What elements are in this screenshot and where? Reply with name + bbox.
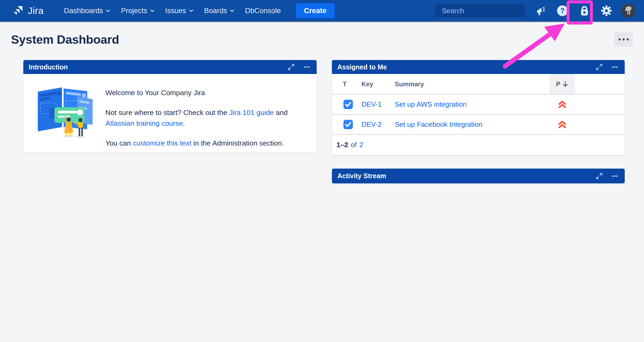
help-icon[interactable]: ? bbox=[555, 4, 569, 18]
nav-item-label: DbConsole bbox=[245, 7, 281, 15]
expand-icon[interactable] bbox=[287, 62, 296, 72]
pagination-of: of bbox=[351, 141, 357, 149]
primary-nav: Dashboards Projects Issues Boards DbCons… bbox=[64, 7, 281, 15]
customize-this-text-link[interactable]: customize this text bbox=[133, 139, 191, 147]
expand-icon[interactable] bbox=[595, 62, 604, 72]
issue-table-header: T Key Summary P bbox=[332, 74, 625, 94]
chevron-down-icon bbox=[229, 8, 235, 13]
jira-logo-icon bbox=[12, 4, 25, 17]
announcement-icon[interactable] bbox=[533, 4, 547, 18]
nav-item-label: Dashboards bbox=[64, 7, 103, 15]
pagination: 1–2 of 2 bbox=[332, 134, 625, 155]
pagination-range: 1–2 bbox=[336, 141, 348, 149]
issue-key-link[interactable]: DEV-2 bbox=[361, 120, 395, 129]
panel-more-icon[interactable] bbox=[610, 172, 619, 181]
sort-descending-icon bbox=[562, 81, 568, 88]
panel-more-icon[interactable] bbox=[610, 62, 619, 72]
activity-stream-panel: Activity Stream bbox=[332, 169, 625, 183]
nav-item-label: Projects bbox=[121, 7, 147, 15]
task-type-icon bbox=[343, 119, 353, 130]
introduction-text: Welcome to Your Company Jira Not sure wh… bbox=[105, 84, 288, 148]
panel-title: Activity Stream bbox=[337, 172, 386, 180]
dashboard-more-button[interactable] bbox=[614, 32, 633, 47]
jira-101-guide-link[interactable]: Jira 101 guide bbox=[229, 109, 274, 117]
nav-item-projects[interactable]: Projects bbox=[121, 7, 155, 15]
lock-icon[interactable] bbox=[577, 4, 591, 18]
search-input[interactable] bbox=[442, 7, 532, 15]
chevron-down-icon bbox=[189, 8, 194, 13]
nav-item-boards[interactable]: Boards bbox=[204, 7, 235, 15]
expand-icon[interactable] bbox=[595, 172, 604, 181]
annotation-arrow-head bbox=[544, 24, 565, 41]
nav-item-issues[interactable]: Issues bbox=[165, 7, 194, 15]
nav-item-label: Boards bbox=[204, 7, 227, 15]
page-title: System Dashboard bbox=[11, 33, 119, 47]
nav-item-dbconsole[interactable]: DbConsole bbox=[245, 7, 281, 15]
atlassian-training-course-link[interactable]: Atlassian training course bbox=[105, 119, 183, 127]
column-key[interactable]: Key bbox=[361, 80, 395, 88]
panel-title: Introduction bbox=[29, 63, 68, 71]
issue-summary-link[interactable]: Set up Facebook Integration bbox=[395, 120, 550, 129]
nav-item-dashboards[interactable]: Dashboards bbox=[64, 7, 111, 15]
team-boards-illustration bbox=[37, 84, 94, 148]
priority-highest-icon bbox=[550, 120, 575, 129]
svg-text:?: ? bbox=[560, 7, 565, 15]
intro-welcome-line: Welcome to Your Company Jira bbox=[105, 87, 288, 98]
chevron-down-icon bbox=[105, 8, 111, 13]
intro-customize-line: You can customize this text in the Admin… bbox=[105, 138, 288, 148]
issue-summary-link[interactable]: Set up AWS integration bbox=[395, 100, 550, 109]
introduction-panel: Introduction bbox=[23, 60, 317, 153]
assigned-panel-header: Assigned to Me bbox=[332, 60, 625, 74]
user-avatar[interactable] bbox=[621, 4, 635, 18]
introduction-panel-header: Introduction bbox=[23, 60, 317, 74]
column-summary[interactable]: Summary bbox=[395, 80, 550, 88]
column-type[interactable]: T bbox=[343, 80, 361, 88]
navbar-right-cluster: ? bbox=[434, 3, 635, 18]
jira-logo[interactable]: Jira bbox=[12, 4, 43, 17]
panel-title: Assigned to Me bbox=[337, 63, 387, 71]
top-navbar: Jira Dashboards Projects Issues Boards D… bbox=[0, 0, 644, 21]
activity-panel-header: Activity Stream bbox=[332, 169, 625, 183]
jira-logo-text: Jira bbox=[28, 5, 43, 16]
panel-more-icon[interactable] bbox=[302, 62, 311, 72]
pagination-total-link[interactable]: 2 bbox=[359, 141, 363, 149]
table-row[interactable]: DEV-1 Set up AWS integration bbox=[332, 94, 625, 114]
chevron-down-icon bbox=[150, 8, 155, 13]
assigned-to-me-panel: Assigned to Me T Key Summary P bbox=[332, 60, 625, 155]
task-type-icon bbox=[343, 99, 353, 110]
table-row[interactable]: DEV-2 Set up Facebook Integration bbox=[332, 114, 625, 134]
priority-highest-icon bbox=[550, 100, 575, 109]
search-box[interactable] bbox=[434, 3, 525, 18]
create-button[interactable]: Create bbox=[296, 3, 335, 18]
intro-start-line: Not sure where to start? Check out the J… bbox=[105, 107, 288, 129]
ellipsis-icon bbox=[619, 38, 621, 40]
issue-key-link[interactable]: DEV-1 bbox=[361, 100, 395, 109]
column-priority-sorted[interactable]: P bbox=[550, 74, 575, 94]
nav-item-label: Issues bbox=[165, 7, 186, 15]
settings-gear-icon[interactable] bbox=[599, 4, 613, 18]
